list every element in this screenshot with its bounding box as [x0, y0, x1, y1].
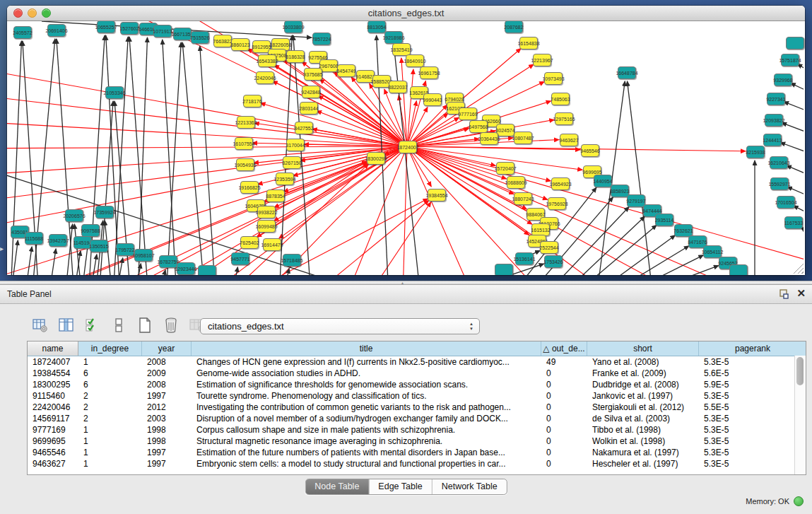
- graph-node[interactable]: 9375685: [304, 68, 322, 81]
- window-titlebar[interactable]: citations_edges.txt: [7, 6, 805, 21]
- graph-node[interactable]: 19384554: [428, 189, 446, 201]
- graph-node[interactable]: 19166825: [240, 181, 259, 194]
- graph-node[interactable]: 8813054: [367, 21, 386, 33]
- graph-node[interactable]: 16107554: [235, 137, 253, 150]
- graph-node[interactable]: [786, 37, 804, 49]
- graph-node[interactable]: 1753426: [544, 255, 563, 268]
- graph-node[interactable]: 10655257: [97, 21, 115, 33]
- graph-node[interactable]: 16033809: [284, 21, 302, 33]
- graph-node[interactable]: 16961758: [420, 66, 438, 79]
- graph-node[interactable]: 22420046: [256, 71, 274, 84]
- graph-node[interactable]: 8215938: [746, 146, 765, 158]
- graph-node[interactable]: 18724007: [399, 141, 417, 153]
- graph-node[interactable]: 8267150: [283, 156, 301, 169]
- graph-node[interactable]: 19756928: [548, 197, 566, 210]
- table-row[interactable]: 946554611997Estimation of the future num…: [28, 447, 806, 458]
- graph-node[interactable]: 7663822: [213, 35, 232, 47]
- graph-node[interactable]: 10958107: [134, 249, 153, 262]
- graph-node[interactable]: 19654923: [551, 177, 570, 190]
- table-row[interactable]: 2242004622012Investigating the contribut…: [28, 402, 806, 413]
- panel-collapse-handle-icon[interactable]: ▸: [0, 243, 6, 255]
- graph-node[interactable]: 20364436: [480, 132, 498, 145]
- graph-node[interactable]: 2087682: [505, 21, 523, 33]
- close-window-button[interactable]: [13, 8, 23, 18]
- memory-status-icon[interactable]: [794, 496, 804, 506]
- graph-node[interactable]: 8822037: [389, 81, 407, 93]
- table-row[interactable]: 946362711997Embryonic stem cells: a mode…: [28, 458, 806, 469]
- table-row[interactable]: 1830029562008Estimation of significance …: [28, 379, 806, 390]
- graph-node[interactable]: 15751874: [781, 54, 799, 66]
- row-height-icon[interactable]: [110, 316, 128, 334]
- graph-node[interactable]: 1350515: [90, 240, 108, 252]
- graph-node[interactable]: 21053346: [105, 86, 124, 99]
- scrollbar-thumb[interactable]: [796, 357, 804, 385]
- graph-node[interactable]: 10688609: [507, 176, 525, 189]
- graph-node[interactable]: 7485063: [551, 93, 570, 105]
- graph-node[interactable]: 7515526: [191, 31, 209, 44]
- tab-edge-table[interactable]: Edge Table: [369, 479, 432, 494]
- graph-node[interactable]: [198, 265, 216, 275]
- network-window[interactable]: citations_edges.txt 24055722069140610655…: [7, 6, 805, 275]
- graph-node[interactable]: 8858923: [611, 185, 629, 197]
- network-canvas[interactable]: 2405572206914061065525715276026466160107…: [7, 21, 805, 275]
- graph-node[interactable]: 12975165: [555, 112, 573, 125]
- graph-node[interactable]: 9777169: [459, 107, 477, 120]
- graph-node[interactable]: 9990443: [423, 93, 442, 106]
- minimize-window-button[interactable]: [28, 8, 37, 18]
- graph-node[interactable]: 9463627: [560, 134, 578, 146]
- tab-network-table[interactable]: Network Table: [433, 479, 507, 494]
- graph-node[interactable]: 9227341: [767, 93, 785, 105]
- graph-node[interactable]: 19938222: [257, 206, 276, 218]
- graph-node[interactable]: 2803144: [300, 102, 318, 115]
- graph-node[interactable]: 15720407: [496, 162, 514, 175]
- graph-node[interactable]: [495, 264, 513, 275]
- graph-node[interactable]: 20206576: [65, 209, 83, 222]
- graph-node[interactable]: 16154838: [519, 37, 538, 49]
- table-panel-header[interactable]: Table Panel ✕: [0, 285, 812, 304]
- graph-node[interactable]: 13942757: [49, 234, 67, 247]
- graph-node[interactable]: 3024574: [496, 124, 514, 136]
- graph-node[interactable]: 8878354: [266, 189, 285, 202]
- graph-node[interactable]: [729, 264, 748, 275]
- graph-node[interactable]: 1244413: [763, 134, 782, 146]
- graph-node[interactable]: 17016504: [777, 196, 795, 209]
- graph-node[interactable]: 8454749: [337, 64, 355, 77]
- table-row[interactable]: 911546021997Tourette syndrome. Phenomeno…: [28, 390, 806, 402]
- vertical-scrollbar[interactable]: [794, 356, 806, 474]
- graph-node[interactable]: 2522544: [540, 241, 558, 254]
- graph-node[interactable]: 9465546: [581, 144, 599, 157]
- table-row[interactable]: 1938455462009Genome-wide association stu…: [28, 368, 806, 379]
- zoom-window-button[interactable]: [42, 8, 51, 18]
- graph-node[interactable]: 12093822: [765, 114, 783, 127]
- graph-node[interactable]: 1115688: [25, 232, 43, 245]
- graph-node[interactable]: 9279197: [627, 194, 645, 207]
- graph-node[interactable]: 16648784: [618, 66, 636, 79]
- graph-node[interactable]: 12353594: [276, 173, 294, 185]
- graph-node[interactable]: 20691406: [47, 24, 66, 37]
- table-row[interactable]: 969969511998Structural magnetic resonanc…: [28, 436, 806, 447]
- graph-node[interactable]: 9457771: [231, 252, 249, 265]
- table-row[interactable]: 977716911998Corpus callosum shape and si…: [28, 424, 806, 436]
- graph-node[interactable]: 15592971: [770, 177, 789, 190]
- table-row[interactable]: 1456911722003Disruption of a novel membe…: [28, 413, 806, 424]
- graph-node[interactable]: 16543382: [258, 54, 276, 67]
- graph-node[interactable]: 2718176: [243, 95, 261, 107]
- column-header-pagerank[interactable]: pagerank: [699, 341, 806, 356]
- graph-node[interactable]: 1071913: [153, 25, 172, 37]
- column-header-out-degree[interactable]: △ out_de...: [541, 341, 587, 356]
- table-settings-icon[interactable]: [31, 316, 49, 334]
- select-all-columns-icon[interactable]: [83, 316, 102, 334]
- column-header-short[interactable]: short: [587, 341, 699, 356]
- graph-node[interactable]: 6497568: [469, 120, 488, 133]
- graph-node[interactable]: 10807487: [514, 132, 532, 144]
- graph-node[interactable]: 2405572: [13, 26, 32, 39]
- graph-node[interactable]: 16914479: [263, 238, 281, 251]
- table-row[interactable]: 1872400712008Changes of HCN gene express…: [28, 356, 806, 368]
- column-header-in-degree[interactable]: in_degree: [78, 341, 142, 356]
- graph-node[interactable]: 17359924: [95, 206, 114, 218]
- graph-node[interactable]: 9329968: [774, 74, 792, 86]
- graph-node[interactable]: 18300295: [367, 152, 385, 165]
- column-header-name[interactable]: name: [28, 341, 78, 356]
- graph-node[interactable]: 8860123: [231, 38, 249, 51]
- graph-node[interactable]: 16671355: [173, 28, 192, 40]
